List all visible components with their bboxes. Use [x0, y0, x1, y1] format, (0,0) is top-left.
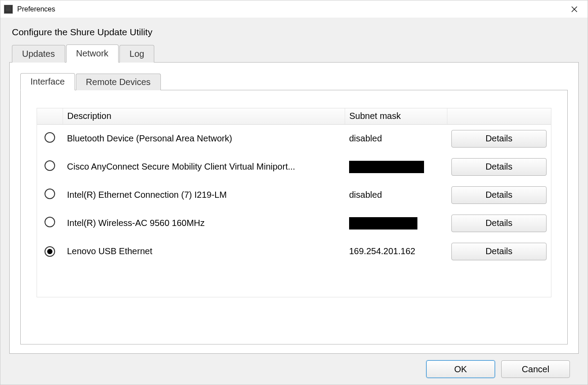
- details-button[interactable]: Details: [451, 130, 547, 148]
- app-icon: [4, 5, 13, 14]
- interface-subnet-mask: disabled: [345, 124, 447, 153]
- tab-interface[interactable]: Interface: [20, 73, 75, 90]
- interface-row: Intel(R) Ethernet Connection (7) I219-LM…: [37, 181, 551, 209]
- ok-button[interactable]: OK: [426, 360, 495, 378]
- interface-radio[interactable]: [45, 132, 55, 143]
- column-header-select: [37, 108, 63, 124]
- cancel-button[interactable]: Cancel: [501, 360, 570, 378]
- interface-radio[interactable]: [45, 217, 55, 227]
- network-subtabs: Interface Remote Devices: [20, 73, 568, 90]
- radio-cell: [37, 124, 63, 153]
- column-header-description: Description: [63, 108, 345, 124]
- radio-cell: [37, 209, 63, 237]
- details-cell: Details: [447, 153, 551, 181]
- radio-dot-icon: [47, 249, 52, 254]
- interface-row: Lenovo USB Ethernet169.254.201.162Detail…: [37, 237, 551, 266]
- titlebar: Preferences: [0, 0, 588, 18]
- tab-network[interactable]: Network: [66, 44, 119, 63]
- interface-radio[interactable]: [45, 160, 55, 171]
- close-button[interactable]: [564, 3, 584, 16]
- preferences-dialog: Preferences Configure the Shure Update U…: [0, 0, 588, 385]
- radio-cell: [37, 237, 63, 266]
- interface-radio[interactable]: [45, 189, 55, 199]
- interface-description: Lenovo USB Ethernet: [63, 237, 345, 266]
- interface-subnet-mask: disabled: [345, 181, 447, 209]
- interface-description: Intel(R) Wireless-AC 9560 160MHz: [63, 209, 345, 237]
- tab-log[interactable]: Log: [119, 45, 154, 63]
- interface-grid: Description Subnet mask Bluetooth Device…: [37, 108, 551, 297]
- interface-subnet-mask: [345, 209, 447, 237]
- interface-panel: Description Subnet mask Bluetooth Device…: [20, 90, 568, 344]
- radio-cell: [37, 153, 63, 181]
- interface-row: Cisco AnyConnect Secure Mobility Client …: [37, 153, 551, 181]
- details-cell: Details: [447, 124, 551, 153]
- interface-row: Bluetooth Device (Personal Area Network)…: [37, 124, 551, 153]
- interface-subnet-mask: 169.254.201.162: [345, 237, 447, 266]
- main-tabs: Updates Network Log: [9, 44, 579, 62]
- window-title: Preferences: [17, 5, 564, 13]
- interface-description: Cisco AnyConnect Secure Mobility Client …: [63, 153, 345, 181]
- close-icon: [571, 6, 577, 12]
- interface-radio[interactable]: [45, 246, 55, 257]
- column-header-subnet-mask: Subnet mask: [345, 108, 447, 124]
- network-panel: Interface Remote Devices Description Sub…: [9, 62, 579, 354]
- details-button[interactable]: Details: [451, 243, 547, 260]
- column-header-action: [447, 108, 551, 124]
- details-button[interactable]: Details: [451, 158, 547, 176]
- content-area: Configure the Shure Update Utility Updat…: [0, 18, 588, 385]
- details-button[interactable]: Details: [451, 186, 547, 204]
- interface-description: Intel(R) Ethernet Connection (7) I219-LM: [63, 181, 345, 209]
- details-button[interactable]: Details: [451, 215, 547, 232]
- redacted-value: [349, 217, 417, 230]
- redacted-value: [349, 161, 424, 173]
- dialog-footer: OK Cancel: [9, 354, 579, 385]
- details-cell: Details: [447, 237, 551, 266]
- interface-description: Bluetooth Device (Personal Area Network): [63, 124, 345, 153]
- details-cell: Details: [447, 209, 551, 237]
- tab-updates[interactable]: Updates: [12, 45, 65, 63]
- details-cell: Details: [447, 181, 551, 209]
- interface-row: Intel(R) Wireless-AC 9560 160MHzDetails: [37, 209, 551, 237]
- page-heading: Configure the Shure Update Utility: [9, 27, 579, 37]
- radio-cell: [37, 181, 63, 209]
- interface-subnet-mask: [345, 153, 447, 181]
- tab-remote-devices[interactable]: Remote Devices: [76, 74, 161, 90]
